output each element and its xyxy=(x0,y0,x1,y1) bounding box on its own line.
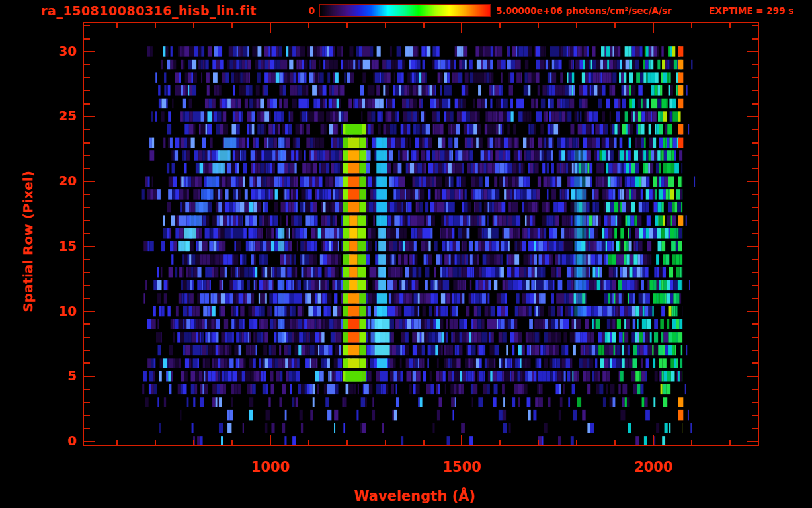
x-axis-tick xyxy=(691,23,692,28)
y-axis-tick xyxy=(84,220,90,221)
y-axis-tick xyxy=(84,337,90,338)
x-axis-tick xyxy=(155,440,156,445)
x-axis-tick xyxy=(461,435,462,445)
y-axis-tick xyxy=(84,323,90,325)
x-axis-tick xyxy=(423,440,425,445)
y-axis-tick xyxy=(84,51,95,52)
y-axis-tick xyxy=(747,311,758,312)
x-axis-tick xyxy=(729,440,731,445)
y-tick-label: 5 xyxy=(38,368,77,384)
colorbar-gradient xyxy=(319,4,491,17)
y-axis-tick xyxy=(752,337,758,338)
x-axis-tick xyxy=(346,440,348,445)
y-axis-tick xyxy=(84,402,90,403)
y-axis-tick xyxy=(752,285,758,286)
y-axis-tick xyxy=(752,415,758,416)
plot-frame xyxy=(83,22,759,446)
y-axis-tick xyxy=(752,259,758,260)
y-axis-tick xyxy=(747,116,758,117)
figure-root: ra_150810080316_hisb_lin.fit 0 5.00000e+… xyxy=(0,0,812,508)
x-axis-tick xyxy=(653,435,654,445)
y-axis-tick xyxy=(84,38,90,40)
y-axis-tick xyxy=(747,181,758,182)
y-axis-tick xyxy=(752,428,758,429)
y-axis-tick xyxy=(84,77,90,78)
y-axis-tick xyxy=(752,77,758,78)
y-axis-tick xyxy=(84,350,90,351)
y-axis-tick xyxy=(84,272,90,273)
x-axis-tick xyxy=(270,435,271,445)
y-axis-tick xyxy=(84,168,90,169)
y-axis-tick xyxy=(752,233,758,234)
x-axis-tick xyxy=(461,23,462,33)
x-axis-tick xyxy=(308,440,309,445)
y-axis-tick xyxy=(747,376,758,377)
y-axis-tick xyxy=(84,362,90,364)
x-axis-tick xyxy=(499,23,501,28)
x-tick-label: 1000 xyxy=(239,459,302,475)
y-axis-tick xyxy=(84,129,90,130)
y-axis-tick xyxy=(752,155,758,156)
x-axis-tick xyxy=(270,23,271,33)
x-axis-tick xyxy=(614,23,616,28)
y-tick-label: 15 xyxy=(38,238,77,254)
y-axis-tick xyxy=(84,25,90,26)
y-axis-tick xyxy=(752,38,758,40)
y-axis-tick xyxy=(752,142,758,144)
y-axis-tick xyxy=(84,103,90,105)
y-axis-tick xyxy=(84,285,90,286)
y-axis-tick xyxy=(752,323,758,325)
y-axis-tick xyxy=(84,415,90,416)
x-axis-tick xyxy=(116,23,118,28)
x-axis-tick xyxy=(193,440,194,445)
y-axis-tick xyxy=(84,155,90,156)
y-axis-tick xyxy=(84,64,90,65)
x-axis-title: Wavelength (Å) xyxy=(354,488,475,504)
y-axis-tick xyxy=(752,402,758,403)
y-axis-tick xyxy=(84,298,90,299)
y-axis-tick xyxy=(84,181,95,182)
y-axis-tick xyxy=(84,246,95,247)
y-axis-tick xyxy=(84,116,95,117)
x-axis-tick xyxy=(231,23,233,28)
y-axis-tick xyxy=(752,389,758,390)
x-axis-tick xyxy=(538,440,539,445)
x-axis-tick xyxy=(385,23,386,28)
x-axis-tick xyxy=(423,23,425,28)
x-axis-tick xyxy=(193,23,194,28)
x-axis-tick xyxy=(155,23,156,28)
y-axis-tick xyxy=(84,389,90,390)
x-tick-label: 2000 xyxy=(622,459,685,475)
y-axis-tick xyxy=(752,64,758,65)
y-axis-tick xyxy=(752,298,758,299)
plot-title: ra_150810080316_hisb_lin.fit xyxy=(41,3,257,18)
y-axis-tick xyxy=(84,142,90,144)
y-axis-tick xyxy=(84,311,95,312)
y-axis-tick xyxy=(84,259,90,260)
x-axis-tick xyxy=(116,440,118,445)
colorbar-min-label: 0 xyxy=(296,5,315,16)
x-axis-tick xyxy=(576,440,577,445)
y-axis-tick xyxy=(752,350,758,351)
y-tick-label: 20 xyxy=(38,173,77,189)
x-axis-tick xyxy=(614,440,616,445)
y-axis-tick xyxy=(84,207,90,208)
x-axis-tick xyxy=(576,23,577,28)
y-axis-tick xyxy=(752,194,758,195)
x-axis-tick xyxy=(385,440,386,445)
y-axis-tick xyxy=(752,168,758,169)
y-axis-tick xyxy=(752,103,758,105)
y-tick-label: 10 xyxy=(38,303,77,319)
x-axis-tick xyxy=(729,23,731,28)
y-axis-tick xyxy=(84,90,90,91)
x-axis-tick xyxy=(346,23,348,28)
y-axis-tick xyxy=(752,25,758,26)
colorbar-max-label: 5.00000e+06 photons/cm²/sec/A/sr xyxy=(496,5,671,16)
y-axis-tick xyxy=(747,246,758,247)
y-axis-tick xyxy=(84,376,95,377)
x-axis-tick xyxy=(538,23,539,28)
y-axis-tick xyxy=(752,362,758,364)
y-axis-tick xyxy=(752,129,758,130)
x-axis-tick xyxy=(691,440,692,445)
y-axis-tick xyxy=(84,441,95,442)
